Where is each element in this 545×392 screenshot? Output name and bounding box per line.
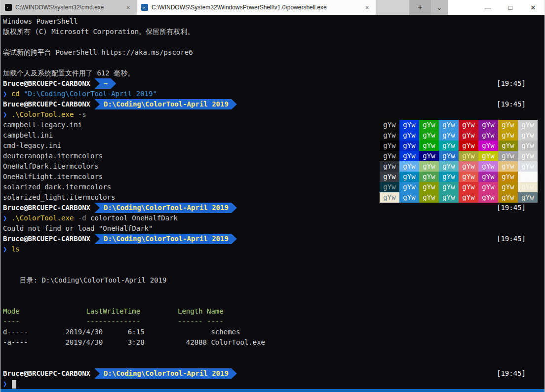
- swatch-cell: gYw: [478, 192, 498, 203]
- close-button[interactable]: ✕: [522, 0, 545, 15]
- banner-line: 加载个人及系统配置文件用了 612 毫秒。: [3, 68, 545, 78]
- tab-dropdown-button[interactable]: ⌄: [431, 0, 448, 15]
- new-tab-button[interactable]: +: [409, 0, 431, 15]
- terminal-window: ›_ C:\WINDOWS\system32\cmd.exe ✕ >_ C:\W…: [0, 0, 545, 392]
- command-line: ❯ cd "D:\Coding\ColorTool-April 2019": [3, 89, 545, 99]
- swatch-cell: gYw: [419, 161, 439, 172]
- swatch-cell: gYw: [498, 151, 518, 161]
- minimize-button[interactable]: —: [476, 0, 499, 15]
- swatch-cell: gYw: [518, 161, 538, 172]
- swatch-cell: gYw: [478, 141, 498, 151]
- swatch-row: gYwgYwgYwgYwgYwgYwgYwgYw: [380, 151, 538, 161]
- prompt-path-segment: D:\Coding\ColorTool-April 2019: [94, 99, 237, 109]
- cmd-icon: ›_: [5, 4, 12, 11]
- swatch-cell: gYw: [380, 182, 399, 192]
- prompt-username: Bruce@BRCUEPC-CARBONX: [3, 78, 90, 89]
- tab-strip-gap: [376, 0, 409, 15]
- swatch-cell: gYw: [380, 172, 399, 182]
- swatch-cell: gYw: [439, 192, 459, 203]
- swatch-cell: gYw: [518, 141, 538, 151]
- banner-line: 尝试新的跨平台 PowerShell https://aka.ms/pscore…: [3, 47, 545, 58]
- swatch-cell: gYw: [478, 130, 498, 141]
- prompt-line: Bruce@BRCUEPC-CARBONXD:\Coding\ColorTool…: [3, 368, 545, 379]
- banner-line: 版权所有 (C) Microsoft Corporation。保留所有权利。: [3, 27, 545, 37]
- blank-line: [3, 254, 545, 265]
- prompt-path-segment: D:\Coding\ColorTool-April 2019: [94, 203, 237, 213]
- swatch-cell: gYw: [419, 172, 439, 182]
- swatch-cell: gYw: [380, 120, 399, 130]
- swatch-cell: gYw: [380, 141, 399, 151]
- maximize-button[interactable]: □: [499, 0, 522, 15]
- prompt-chevron-icon: ❯: [3, 110, 7, 118]
- prompt-line: Bruce@BRCUEPC-CARBONX~[19:45]: [3, 78, 545, 89]
- clock-badge: [19:45]: [497, 78, 545, 89]
- swatch-cell: gYw: [518, 130, 538, 141]
- terminal-pane[interactable]: Windows PowerShell 版权所有 (C) Microsoft Co…: [0, 15, 545, 389]
- title-bar: ›_ C:\WINDOWS\system32\cmd.exe ✕ >_ C:\W…: [0, 0, 545, 15]
- prompt-home: ~: [104, 79, 108, 87]
- swatch-cell: gYw: [380, 192, 399, 203]
- scheme-filename: cmd-legacy.ini: [3, 141, 61, 151]
- tab-cmd[interactable]: ›_ C:\WINDOWS\system32\cmd.exe ✕: [0, 0, 137, 15]
- swatch-row: gYwgYwgYwgYwgYwgYwgYwgYw: [380, 120, 538, 130]
- swatch-cell: gYw: [439, 130, 459, 141]
- swatch-cell: gYw: [439, 141, 459, 151]
- swatch-cell: gYw: [518, 120, 538, 130]
- swatch-cell: gYw: [380, 151, 399, 161]
- swatch-cell: gYw: [478, 120, 498, 130]
- swatch-row: gYwgYwgYwgYwgYwgYwgYwgYw: [380, 161, 538, 172]
- command-line: ❯ ls: [3, 244, 545, 254]
- blank-line: [3, 296, 545, 306]
- scheme-row: OneHalfDark.itermcolorsgYwgYwgYwgYwgYwgY…: [3, 161, 545, 172]
- swatch-cell: gYw: [478, 151, 498, 161]
- swatch-cell: gYw: [399, 120, 419, 130]
- prompt-username: Bruce@BRCUEPC-CARBONX: [3, 99, 90, 109]
- scheme-row: campbell-legacy.inigYwgYwgYwgYwgYwgYwgYw…: [3, 120, 545, 130]
- command-flag-d: -d: [78, 214, 86, 222]
- swatch-cell: gYw: [399, 182, 419, 192]
- swatch-cell: gYw: [380, 161, 399, 172]
- tab-powershell[interactable]: >_ C:\WINDOWS\System32\WindowsPowerShell…: [137, 0, 376, 15]
- scheme-row: solarized_dark.itermcolorsgYwgYwgYwgYwgY…: [3, 182, 545, 192]
- tab-cmd-close-icon[interactable]: ✕: [124, 4, 132, 11]
- input-line[interactable]: ❯: [3, 379, 545, 389]
- clock-badge: [19:45]: [497, 368, 545, 379]
- swatch-cell: gYw: [518, 151, 538, 161]
- prompt-line: Bruce@BRCUEPC-CARBONXD:\Coding\ColorTool…: [3, 203, 545, 213]
- prompt-chevron-icon: ❯: [3, 380, 7, 388]
- swatch-cell: gYw: [498, 120, 518, 130]
- swatch-cell: gYw: [459, 182, 478, 192]
- error-output: Could not find or load "OneHalfDark": [3, 223, 545, 234]
- scheme-filename: OneHalfDark.itermcolors: [3, 161, 99, 172]
- command-cd-arg: "D:\Coding\ColorTool-April 2019": [24, 90, 157, 98]
- scheme-row: cmd-legacy.inigYwgYwgYwgYwgYwgYwgYwgYw: [3, 141, 545, 151]
- prompt-chevron-icon: ❯: [3, 245, 7, 253]
- prompt-chevron-icon: ❯: [3, 90, 7, 98]
- swatch-cell: gYw: [498, 192, 518, 203]
- table-row: d----- 2019/4/30 6:15 schemes: [3, 327, 545, 337]
- swatch-cell: gYw: [478, 182, 498, 192]
- swatch-cell: gYw: [518, 192, 538, 203]
- table-header-underline: ---- ------------- ------ ----: [3, 317, 545, 327]
- swatch-row: gYwgYwgYwgYwgYwgYwgYwgYw: [380, 141, 538, 151]
- blank-line: [3, 265, 545, 275]
- scheme-filename: campbell-legacy.ini: [3, 120, 82, 130]
- swatch-cell: gYw: [498, 182, 518, 192]
- tab-powershell-close-icon[interactable]: ✕: [363, 4, 371, 11]
- blank-line: [3, 348, 545, 358]
- swatch-cell: gYw: [439, 151, 459, 161]
- swatch-row: gYwgYwgYwgYwgYwgYwgYwgYw: [380, 192, 538, 203]
- swatch-cell: gYw: [380, 130, 399, 141]
- tab-cmd-title: C:\WINDOWS\system32\cmd.exe: [15, 4, 121, 11]
- swatch-cell: gYw: [419, 192, 439, 203]
- prompt-path: D:\Coding\ColorTool-April 2019: [104, 204, 229, 212]
- banner-line: Windows PowerShell: [3, 16, 545, 27]
- blank-line: [3, 358, 545, 368]
- swatch-cell: gYw: [439, 161, 459, 172]
- swatch-cell: gYw: [459, 161, 478, 172]
- swatch-row: gYwgYwgYwgYwgYwgYwgYwgYw: [380, 172, 538, 182]
- scheme-row: campbell.inigYwgYwgYwgYwgYwgYwgYwgYw: [3, 130, 545, 141]
- table-header: Mode LastWriteTime Length Name: [3, 306, 545, 317]
- command-colortool: .\ColorTool.exe: [11, 110, 74, 118]
- scheme-list: campbell-legacy.inigYwgYwgYwgYwgYwgYwgYw…: [3, 120, 545, 203]
